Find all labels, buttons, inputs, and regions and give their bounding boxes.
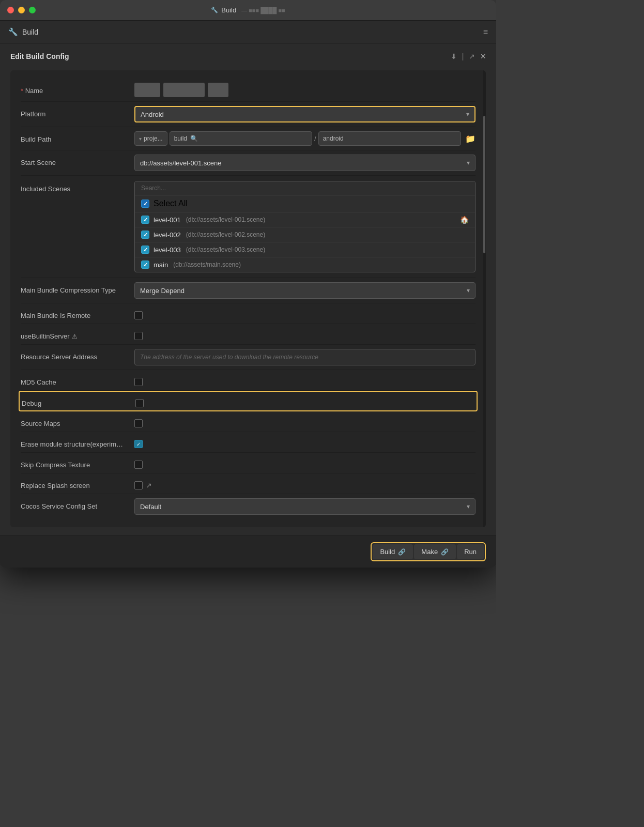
name-row: Name	[21, 79, 476, 102]
start-scene-chevron-icon: ▾	[467, 159, 470, 166]
build-label: Build	[380, 548, 395, 556]
scenes-select-all[interactable]: ✓ Select All	[135, 195, 475, 212]
run-button[interactable]: Run	[457, 544, 484, 559]
scene-check-icon-main: ✓	[143, 262, 148, 268]
scene-item-level001[interactable]: ✓ level-001 (db://assets/level-001.scene…	[135, 212, 475, 227]
window-title: 🔧 Build — ■■■ ████ ■■	[211, 6, 285, 14]
debug-control	[135, 395, 474, 407]
window-title-extra: — ■■■ ████ ■■	[241, 7, 285, 13]
app-toolbar-left: 🔧 Build	[8, 27, 38, 37]
erase-module-label: Erase module structure(experim…	[21, 436, 134, 448]
name-control	[134, 83, 476, 97]
scrollbar-thumb[interactable]	[483, 116, 485, 253]
main-bundle-remote-checkbox[interactable]	[134, 311, 143, 319]
cocos-service-chevron-icon: ▾	[467, 503, 470, 510]
main-bundle-compression-select[interactable]: Merge Depend ▾	[134, 282, 476, 299]
md5-cache-label: MD5 Cache	[21, 374, 134, 386]
name-block-2	[163, 83, 205, 97]
panel-close-button[interactable]: ×	[480, 52, 486, 61]
scene-item-main[interactable]: ✓ main (db://assets/main.scene)	[135, 257, 475, 272]
build-link-icon: 🔗	[398, 548, 406, 556]
segment-chevron-icon: ▾	[139, 136, 142, 142]
source-maps-row: Source Maps	[21, 411, 476, 432]
search-icon[interactable]: 🔍	[190, 135, 198, 142]
start-scene-row: Start Scene db://assets/level-001.scene …	[21, 150, 476, 176]
menu-icon[interactable]: ≡	[483, 27, 488, 37]
folder-icon[interactable]: 📁	[465, 134, 476, 144]
debug-label: Debug	[22, 395, 135, 407]
scene-name-main: main	[154, 261, 168, 269]
scrollbar-track[interactable]	[483, 70, 486, 527]
platform-value: Android	[141, 111, 164, 118]
build-path-input[interactable]: build 🔍	[170, 131, 312, 146]
save-config-icon[interactable]: ⬇	[451, 52, 457, 60]
included-scenes-control: ✓ Select All ✓ level-001 (db://assets/le…	[134, 181, 476, 272]
android-path-input[interactable]: android	[318, 131, 461, 146]
select-all-label: Select All	[154, 199, 188, 208]
use-builtin-label-group: useBuiltinServer ⚠	[21, 332, 134, 340]
panel-header-actions: ⬇ | ↗ ×	[451, 52, 486, 61]
toolbar-label: Build	[22, 28, 38, 36]
name-block-1	[134, 83, 160, 97]
scene-item-level002[interactable]: ✓ level-002 (db://assets/level-002.scene…	[135, 227, 475, 242]
project-segment[interactable]: ▾ proje...	[134, 131, 167, 146]
resource-server-input[interactable]: The address of the server used to downlo…	[134, 349, 476, 365]
resource-server-label: Resource Server Address	[21, 349, 134, 361]
use-builtin-server-row: useBuiltinServer ⚠	[21, 324, 476, 345]
minimize-button[interactable]	[18, 7, 25, 13]
build-title-icon: 🔧	[211, 7, 218, 13]
android-text: android	[323, 135, 344, 142]
platform-row: Platform Android ▾	[21, 102, 476, 127]
skip-compress-checkbox[interactable]	[134, 461, 143, 469]
replace-splash-checkbox[interactable]	[134, 481, 143, 489]
source-maps-control	[134, 416, 476, 427]
platform-control: Android ▾	[134, 106, 476, 122]
use-builtin-server-control	[134, 328, 476, 340]
replace-splash-control: ↗	[134, 478, 476, 489]
path-separator: /	[314, 135, 316, 143]
md5-cache-checkbox[interactable]	[134, 378, 143, 386]
replace-splash-link-icon[interactable]: ↗	[146, 481, 152, 489]
scene-checkbox-level001[interactable]: ✓	[141, 216, 149, 224]
run-label: Run	[464, 548, 477, 556]
cocos-service-select[interactable]: Default ▾	[134, 498, 476, 515]
debug-checkbox[interactable]	[135, 399, 144, 407]
platform-select[interactable]: Android ▾	[134, 106, 476, 122]
hamburger-icon[interactable]: ≡	[483, 27, 488, 36]
scene-check-icon-2: ✓	[143, 232, 148, 238]
close-button[interactable]	[7, 7, 14, 13]
use-builtin-text: useBuiltinServer	[21, 332, 70, 340]
cocos-service-row: Cocos Service Config Set Default ▾	[21, 494, 476, 519]
build-button[interactable]: Build 🔗	[373, 544, 413, 559]
use-builtin-server-label: useBuiltinServer ⚠	[21, 328, 134, 340]
make-link-icon: 🔗	[441, 548, 449, 556]
replace-splash-row: Replace Splash screen ↗	[21, 473, 476, 494]
use-builtin-server-checkbox[interactable]	[134, 332, 143, 340]
build-config-form: Name Platform Android ▾	[10, 70, 486, 527]
main-bundle-remote-control	[134, 308, 476, 319]
name-input-group	[134, 83, 476, 97]
scenes-search-input[interactable]	[135, 181, 475, 195]
maximize-button[interactable]	[29, 7, 36, 13]
app-toolbar: 🔧 Build ≡	[0, 21, 496, 43]
select-all-check-icon: ✓	[143, 201, 148, 207]
window-controls	[7, 7, 36, 13]
resource-server-control: The address of the server used to downlo…	[134, 349, 476, 365]
select-all-checkbox[interactable]: ✓	[141, 200, 149, 208]
cocos-service-value: Default	[140, 503, 161, 511]
compression-value: Merge Depend	[140, 287, 185, 295]
scene-checkbox-level003[interactable]: ✓	[141, 246, 149, 254]
erase-module-control: ✓	[134, 436, 476, 448]
scene-checkbox-main[interactable]: ✓	[141, 261, 149, 269]
scene-name-level001: level-001	[154, 216, 181, 224]
export-config-icon[interactable]: ↗	[469, 52, 475, 60]
action-buttons: Build 🔗 Make 🔗 Run	[371, 542, 486, 561]
source-maps-checkbox[interactable]	[134, 419, 143, 427]
start-scene-select[interactable]: db://assets/level-001.scene ▾	[134, 155, 476, 171]
scene-item-level003[interactable]: ✓ level-003 (db://assets/level-003.scene…	[135, 242, 475, 257]
make-button[interactable]: Make 🔗	[414, 544, 456, 559]
name-block-3	[208, 83, 228, 97]
erase-module-checkbox[interactable]: ✓	[134, 440, 143, 448]
scene-path-level001: (db://assets/level-001.scene)	[186, 216, 265, 223]
scene-checkbox-level002[interactable]: ✓	[141, 231, 149, 239]
